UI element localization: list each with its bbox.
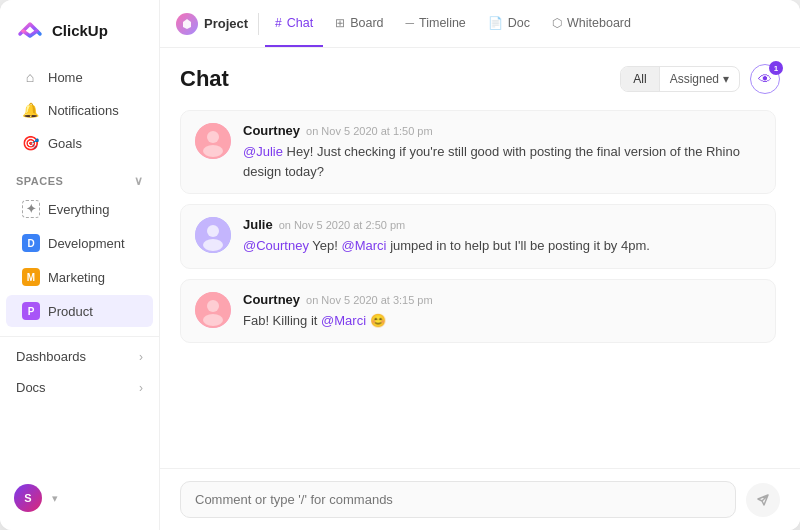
main-content: Project # Chat ⊞ Board ─ Timeline 📄 Doc: [160, 0, 800, 530]
filter-dropdown-chevron-icon: ▾: [723, 72, 729, 86]
top-nav: Project # Chat ⊞ Board ─ Timeline 📄 Doc: [160, 0, 800, 48]
svg-point-8: [207, 300, 219, 312]
clickup-logo-icon: [16, 16, 44, 44]
spaces-chevron-icon: ∨: [134, 174, 144, 188]
svg-point-2: [207, 131, 219, 143]
sidebar-item-development[interactable]: D Development: [6, 227, 153, 259]
tab-whiteboard[interactable]: ⬡ Whiteboard: [542, 0, 641, 47]
tab-board[interactable]: ⊞ Board: [325, 0, 393, 47]
sidebar-bottom-section: Dashboards › Docs ›: [0, 336, 159, 403]
whiteboard-tab-icon: ⬡: [552, 16, 562, 30]
message-body: Courtney on Nov 5 2020 at 1:50 pm @Julie…: [243, 123, 761, 181]
table-row: Courtney on Nov 5 2020 at 3:15 pm Fab! K…: [180, 279, 776, 344]
comment-input-area: [160, 468, 800, 530]
product-label: Product: [48, 304, 93, 319]
message-text: Fab! Killing it @Marci 😊: [243, 311, 761, 331]
logo[interactable]: ClickUp: [0, 0, 159, 56]
doc-tab-icon: 📄: [488, 16, 503, 30]
message-content: Yep!: [312, 238, 341, 253]
avatar: [195, 123, 231, 159]
notification-bell-button[interactable]: 👁 1: [750, 64, 780, 94]
tab-timeline[interactable]: ─ Timeline: [396, 0, 476, 47]
dashboards-label: Dashboards: [16, 349, 86, 364]
docs-chevron-icon: ›: [139, 381, 143, 395]
chat-tab-label: Chat: [287, 16, 313, 30]
message-text: @Julie Hey! Just checking if you're stil…: [243, 142, 761, 181]
tab-doc[interactable]: 📄 Doc: [478, 0, 540, 47]
message-content-2: jumped in to help but I'll be posting it…: [390, 238, 650, 253]
docs-label: Docs: [16, 380, 46, 395]
send-icon: [755, 492, 771, 508]
tab-chat[interactable]: # Chat: [265, 0, 323, 47]
spaces-label: Spaces: [16, 175, 63, 187]
sidebar-item-goals-label: Goals: [48, 136, 82, 151]
sidebar-item-docs[interactable]: Docs ›: [0, 372, 159, 403]
messages-list: Courtney on Nov 5 2020 at 1:50 pm @Julie…: [180, 110, 780, 468]
chat-area: Chat All Assigned ▾ 👁 1: [160, 48, 800, 468]
message-author: Courtney: [243, 123, 300, 138]
board-tab-icon: ⊞: [335, 16, 345, 30]
marketing-icon: M: [22, 268, 40, 286]
message-body: Julie on Nov 5 2020 at 2:50 pm @Courtney…: [243, 217, 761, 256]
doc-tab-label: Doc: [508, 16, 530, 30]
project-breadcrumb[interactable]: Project: [176, 13, 259, 35]
sidebar-item-marketing[interactable]: M Marketing: [6, 261, 153, 293]
mention: @Courtney: [243, 238, 309, 253]
message-time: on Nov 5 2020 at 3:15 pm: [306, 294, 433, 306]
svg-point-9: [203, 314, 223, 326]
sidebar-item-notifications[interactable]: 🔔 Notifications: [6, 94, 153, 126]
marketing-label: Marketing: [48, 270, 105, 285]
message-meta: Courtney on Nov 5 2020 at 1:50 pm: [243, 123, 761, 138]
svg-point-6: [203, 239, 223, 251]
send-message-button[interactable]: [746, 483, 780, 517]
message-content: Fab! Killing it: [243, 313, 321, 328]
table-row: Julie on Nov 5 2020 at 2:50 pm @Courtney…: [180, 204, 776, 269]
user-chevron-icon: ▾: [52, 492, 58, 505]
development-icon: D: [22, 234, 40, 252]
home-icon: ⌂: [22, 69, 38, 85]
timeline-tab-label: Timeline: [419, 16, 466, 30]
mention: @Marci: [342, 238, 387, 253]
avatar: [195, 292, 231, 328]
message-text: @Courtney Yep! @Marci jumped in to help …: [243, 236, 761, 256]
spaces-section-header: Spaces ∨: [0, 164, 159, 192]
sidebar-item-everything[interactable]: ✦ Everything: [6, 193, 153, 225]
sidebar-item-dashboards[interactable]: Dashboards ›: [0, 341, 159, 372]
message-time: on Nov 5 2020 at 2:50 pm: [279, 219, 406, 231]
bell-icon: 🔔: [22, 102, 38, 118]
sidebar-item-product[interactable]: P Product: [6, 295, 153, 327]
filter-assigned-dropdown[interactable]: Assigned ▾: [659, 67, 739, 91]
product-icon: P: [22, 302, 40, 320]
sidebar: ClickUp ⌂ Home 🔔 Notifications 🎯 Goals S…: [0, 0, 160, 530]
timeline-tab-icon: ─: [406, 16, 415, 30]
sidebar-nav: ⌂ Home 🔔 Notifications 🎯 Goals: [0, 56, 159, 164]
message-meta: Courtney on Nov 5 2020 at 3:15 pm: [243, 292, 761, 307]
comment-input[interactable]: [180, 481, 736, 518]
message-body: Courtney on Nov 5 2020 at 3:15 pm Fab! K…: [243, 292, 761, 331]
sidebar-item-home[interactable]: ⌂ Home: [6, 61, 153, 93]
chat-header-right: All Assigned ▾ 👁 1: [620, 64, 780, 94]
table-row: Courtney on Nov 5 2020 at 1:50 pm @Julie…: [180, 110, 776, 194]
dashboards-chevron-icon: ›: [139, 350, 143, 364]
goals-icon: 🎯: [22, 135, 38, 151]
eye-icon: 👁: [758, 71, 772, 87]
message-content: Hey! Just checking if you're still good …: [243, 144, 740, 179]
whiteboard-tab-label: Whiteboard: [567, 16, 631, 30]
app-window: ClickUp ⌂ Home 🔔 Notifications 🎯 Goals S…: [0, 0, 800, 530]
svg-point-5: [207, 225, 219, 237]
avatar: [195, 217, 231, 253]
page-title: Chat: [180, 66, 229, 92]
mention: @Marci: [321, 313, 366, 328]
chat-header: Chat All Assigned ▾ 👁 1: [180, 64, 780, 94]
sidebar-item-home-label: Home: [48, 70, 83, 85]
chat-tab-icon: #: [275, 16, 282, 30]
message-time: on Nov 5 2020 at 1:50 pm: [306, 125, 433, 137]
app-name: ClickUp: [52, 22, 108, 39]
nav-tabs: # Chat ⊞ Board ─ Timeline 📄 Doc ⬡ Whi: [265, 0, 641, 47]
user-avatar-area[interactable]: S ▾: [0, 474, 159, 522]
svg-point-3: [203, 145, 223, 157]
filter-all-button[interactable]: All: [621, 67, 658, 91]
sidebar-item-goals[interactable]: 🎯 Goals: [6, 127, 153, 159]
filter-group: All Assigned ▾: [620, 66, 740, 92]
sidebar-item-notifications-label: Notifications: [48, 103, 119, 118]
